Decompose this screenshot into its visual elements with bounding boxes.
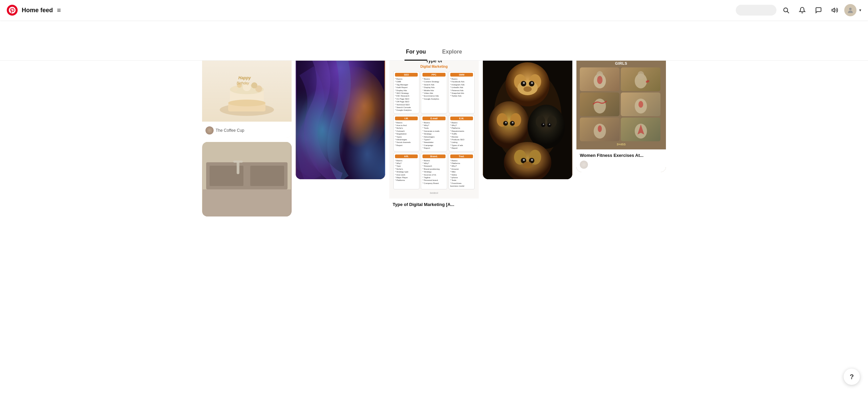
menu-icon[interactable]: ≡	[57, 6, 61, 14]
help-button[interactable]: ?	[844, 369, 860, 385]
pin-grid: Happy Birthday The Coffee Cup	[197, 47, 671, 223]
user-name-blur	[736, 5, 776, 16]
svg-point-40	[531, 82, 533, 84]
svg-rect-22	[250, 166, 284, 186]
pin-info-fitness: Women Fitness Exercises At...	[576, 149, 666, 172]
notifications-button[interactable]	[795, 3, 809, 17]
interior-image	[202, 142, 292, 216]
mkt-box-brand: Brand. * Basics* Why?* Reseach* Brand po…	[421, 153, 447, 189]
svg-line-2	[787, 12, 789, 13]
pin-author-fitness	[580, 161, 663, 169]
svg-point-71	[638, 101, 643, 108]
pin-card-interior[interactable]	[202, 142, 292, 216]
author-avatar-cake	[205, 126, 214, 135]
avatar[interactable]	[844, 4, 856, 16]
header-right: ▾	[736, 3, 861, 17]
svg-point-69	[594, 99, 606, 113]
svg-rect-24	[233, 161, 243, 163]
mkt-box-ppc: PPC * Basics* Content Strategy* Search A…	[421, 71, 447, 113]
svg-point-30	[330, 101, 385, 179]
svg-point-52	[541, 123, 545, 127]
pin-card-puppies[interactable]	[483, 54, 572, 179]
pin-author-cake: The Coffee Cup	[205, 126, 288, 135]
svg-point-48	[512, 122, 514, 124]
svg-point-14	[251, 82, 257, 88]
search-button[interactable]	[779, 3, 793, 17]
fitness-image: HOME ABDOMINAL EXERCISES FOR GIRLS	[576, 54, 666, 149]
svg-point-0	[7, 5, 18, 16]
mkt-box-trad: Trad. * Basics* Platforms* Why?* Amazon*…	[449, 153, 475, 189]
svg-point-9	[228, 100, 265, 106]
svg-point-41	[524, 86, 532, 92]
messages-button[interactable]	[812, 3, 825, 17]
header-left: Home feed ≡	[7, 5, 61, 16]
svg-point-73	[598, 125, 602, 132]
column-4	[483, 54, 572, 179]
marketing-sub-title: Digital Marketing	[393, 65, 475, 68]
main-content: Happy Birthday The Coffee Cup	[0, 47, 868, 223]
pin-title-marketing: Type of Digital Marketing [A...	[393, 202, 454, 207]
svg-point-61	[523, 159, 525, 161]
svg-point-55	[549, 124, 550, 125]
pin-card-abstract[interactable]: Standard	[296, 54, 385, 179]
svg-point-49	[528, 105, 565, 149]
chevron-down-icon[interactable]: ▾	[859, 8, 861, 13]
tab-explore[interactable]: Explore	[441, 44, 463, 61]
pin-info-cake: The Coffee Cup	[202, 122, 292, 138]
svg-point-62	[531, 159, 533, 161]
svg-point-66	[597, 76, 603, 84]
cake-image: Happy Birthday	[202, 54, 292, 122]
column-5: HOME ABDOMINAL EXERCISES FOR GIRLS	[576, 54, 666, 172]
marketing-footer: bedeol	[393, 191, 475, 194]
svg-point-29	[296, 100, 358, 179]
help-label: ?	[850, 373, 854, 381]
pin-card-fitness[interactable]: HOME ABDOMINAL EXERCISES FOR GIRLS	[576, 54, 666, 172]
svg-point-54	[543, 124, 544, 125]
fitness-badge: 3×45S	[580, 143, 663, 146]
tab-for-you[interactable]: For you	[405, 44, 427, 61]
svg-point-4	[849, 8, 851, 10]
mkt-box-email: E-mail * Basics* Why?* Tools* Generate e…	[421, 115, 447, 151]
svg-point-28	[320, 66, 385, 154]
svg-text:Birthday: Birthday	[237, 81, 250, 85]
pin-title-fitness: Women Fitness Exercises At...	[580, 153, 644, 158]
svg-point-68	[637, 71, 644, 79]
pin-card-marketing[interactable]: Type of Digital Marketing SEO * Basics* …	[389, 54, 479, 211]
column-2: Standard	[296, 54, 385, 179]
author-name-cake: The Coffee Cup	[216, 128, 244, 133]
pinterest-logo[interactable]	[7, 5, 18, 16]
tabs-container: For you Explore	[0, 20, 868, 61]
svg-rect-19	[203, 189, 291, 216]
mkt-box-em: E.M. * Basics* Why?* Platforms* Requirem…	[449, 115, 475, 151]
mkt-box-affi: Affi. * Basics* Why?* Type* Niche's* Str…	[393, 153, 419, 189]
svg-point-53	[547, 123, 551, 127]
pin-card-cake[interactable]: Happy Birthday The Coffee Cup	[202, 54, 292, 138]
mkt-box-smm: SMM * Basics* Facebook Ads* Instagram Ad…	[449, 71, 475, 113]
mkt-box-seo: SEO * Basics* GMB* Tag Manager* Audit Re…	[393, 71, 419, 113]
svg-point-10	[232, 86, 238, 91]
abstract-image	[296, 54, 385, 179]
svg-rect-25	[296, 54, 384, 179]
svg-text:Happy: Happy	[238, 76, 251, 80]
mkt-box-im: I.M. * Basics* How to find* Niche's* Out…	[393, 115, 419, 151]
svg-point-27	[296, 78, 363, 179]
column-3: Type of Digital Marketing SEO * Basics* …	[389, 54, 479, 211]
svg-marker-3	[832, 8, 835, 12]
svg-point-63	[523, 162, 532, 168]
svg-point-47	[505, 122, 507, 124]
column-1: Happy Birthday The Coffee Cup	[202, 54, 292, 216]
header: Home feed ≡	[0, 0, 868, 20]
pin-info-marketing: Type of Digital Marketing [A...	[389, 199, 479, 211]
marketing-image: Type of Digital Marketing SEO * Basics* …	[389, 54, 479, 199]
svg-point-42	[489, 101, 529, 149]
puppies-image	[483, 54, 572, 179]
svg-point-26	[296, 54, 385, 149]
page-title: Home feed	[22, 7, 53, 14]
author-avatar-fitness	[580, 161, 588, 169]
announcements-button[interactable]	[828, 3, 842, 17]
svg-point-39	[523, 82, 525, 84]
